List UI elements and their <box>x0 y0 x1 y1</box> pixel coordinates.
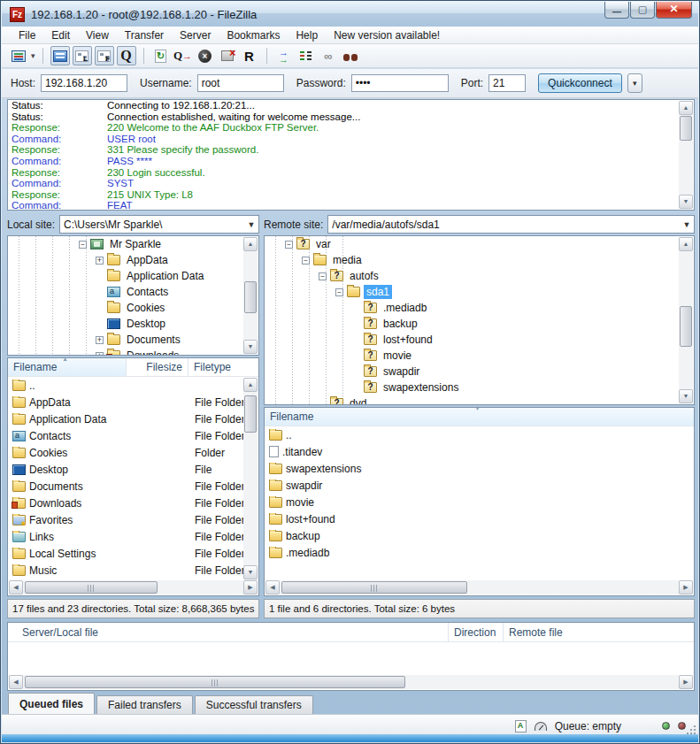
file-row[interactable]: Contacts File Folder <box>8 427 258 444</box>
username-input[interactable] <box>197 74 284 92</box>
file-name[interactable]: .mediadb <box>286 547 329 559</box>
minimize-button[interactable] <box>604 2 629 19</box>
file-name[interactable]: Contacts <box>29 430 71 442</box>
tree-item[interactable]: .mediadb <box>265 300 694 316</box>
menu-item[interactable]: Transfer <box>117 27 172 43</box>
tree-item[interactable]: Mr Sparkle <box>8 236 258 252</box>
file-row[interactable]: .. <box>265 426 694 443</box>
column-filesize[interactable]: Filesize <box>127 358 188 376</box>
log-scrollbar[interactable]: ▲ ▼ <box>679 101 693 209</box>
file-name[interactable]: backup <box>286 530 320 542</box>
tree-item-label[interactable]: swapextensions <box>381 380 461 395</box>
tree-item-label[interactable]: Documents <box>124 333 183 347</box>
disconnect-button[interactable] <box>218 46 237 65</box>
file-name[interactable]: .. <box>29 380 35 392</box>
chevron-down-icon[interactable]: ▼ <box>680 220 694 229</box>
tree-item[interactable]: Documents <box>8 332 258 348</box>
remote-tree-scroll-thumb[interactable] <box>680 306 692 347</box>
menu-item[interactable]: View <box>78 27 117 43</box>
cancel-button[interactable] <box>196 46 215 65</box>
file-row[interactable]: AppData File Folder <box>8 394 258 410</box>
queue-hscroll-thumb[interactable] <box>25 676 405 688</box>
tree-item-label[interactable]: movie <box>381 349 414 363</box>
file-name[interactable]: movie <box>286 496 314 509</box>
find-files-button[interactable] <box>341 46 360 65</box>
tree-expander[interactable] <box>319 400 327 406</box>
file-name[interactable]: swapdir <box>286 479 322 492</box>
tree-item-label[interactable]: Contacts <box>124 285 171 299</box>
title-bar[interactable]: Fz 192.168.1.20 - root@192.168.1.20 - Fi… <box>2 2 698 27</box>
synchronized-browsing-button[interactable]: ∞ <box>319 46 338 65</box>
password-input[interactable] <box>351 74 449 92</box>
remote-list-hscroll-thumb[interactable] <box>281 581 467 594</box>
tree-expander[interactable] <box>96 288 104 296</box>
file-name[interactable]: Documents <box>29 480 83 493</box>
menu-item[interactable]: File <box>11 27 43 43</box>
transfer-queue-panel[interactable]: Server/Local file Direction Remote file … <box>7 622 695 691</box>
file-name[interactable]: Local Settings <box>29 548 96 560</box>
quickconnect-dropdown[interactable]: ▾ <box>627 73 642 93</box>
scroll-up-icon[interactable]: ▲ <box>243 237 258 251</box>
file-row[interactable]: Documents File Folder <box>8 478 258 495</box>
toggle-message-log-button[interactable] <box>50 46 70 65</box>
tree-expander[interactable] <box>352 320 360 328</box>
scroll-up-icon[interactable]: ▲ <box>679 101 693 115</box>
chevron-down-icon[interactable]: ▼ <box>244 220 258 229</box>
local-tree-scrollbar[interactable]: ▲ ▼ <box>243 237 258 354</box>
file-name[interactable]: .. <box>286 429 292 441</box>
local-directory-tree[interactable]: Mr Sparkle AppData Application Data <box>7 235 259 356</box>
file-row[interactable]: Favorites File Folder <box>8 511 258 528</box>
file-name[interactable]: AppData <box>29 396 71 409</box>
menu-item[interactable]: Bookmarks <box>219 27 288 43</box>
tree-item[interactable]: Desktop <box>8 316 258 332</box>
tree-item-label[interactable]: backup <box>381 317 420 331</box>
host-input[interactable] <box>41 74 127 92</box>
close-button[interactable] <box>656 2 692 19</box>
column-filetype[interactable]: Filetype <box>188 358 258 376</box>
scroll-right-icon[interactable]: ▶ <box>679 675 693 689</box>
tree-item-label[interactable]: Cookies <box>124 301 167 315</box>
local-list-hscroll-thumb[interactable] <box>25 581 158 594</box>
remote-directory-tree[interactable]: var media autofs <box>264 235 695 405</box>
tree-expander[interactable] <box>335 288 343 296</box>
local-site-input[interactable] <box>60 219 244 231</box>
quickconnect-button[interactable]: Quickconnect <box>538 73 622 93</box>
tree-item-label[interactable]: autofs <box>347 269 381 283</box>
maximize-button[interactable] <box>630 2 655 19</box>
tree-expander[interactable] <box>96 257 104 265</box>
tree-item[interactable]: media <box>265 252 694 268</box>
tree-expander[interactable] <box>96 272 104 280</box>
filter-button[interactable] <box>296 46 316 65</box>
tree-item-label[interactable]: dvd <box>347 396 369 405</box>
queue-tab[interactable]: Successful transfers <box>195 695 313 714</box>
file-row[interactable]: Links File Folder <box>8 528 258 545</box>
remote-site-combo[interactable]: ▼ <box>327 215 695 234</box>
queue-hscrollbar[interactable]: ◀ ▶ <box>9 675 693 689</box>
tree-expander[interactable] <box>352 336 360 344</box>
tree-item[interactable]: movie <box>265 348 694 364</box>
tree-expander[interactable] <box>352 304 360 312</box>
tree-item-label[interactable]: AppData <box>124 253 171 267</box>
reconnect-button[interactable]: R <box>240 46 259 65</box>
toggle-local-tree-button[interactable] <box>73 46 92 65</box>
message-log[interactable]: Status: Connecting to 192.168.1.20:21...… <box>7 99 695 211</box>
file-row[interactable]: swapextensions <box>265 460 694 477</box>
column-filename[interactable]: Filename <box>265 408 694 426</box>
file-row[interactable]: Downloads File Folder <box>8 495 258 511</box>
local-list-hscrollbar[interactable]: ◀ ▶ <box>9 580 258 594</box>
tree-item[interactable]: lost+found <box>265 332 694 348</box>
tree-item-label[interactable]: Downloads <box>124 349 181 356</box>
column-server-local-file[interactable]: Server/Local file <box>8 623 449 641</box>
remote-list-hscrollbar[interactable]: ◀ ▶ <box>265 580 693 594</box>
tree-item[interactable]: sda1 <box>265 284 694 300</box>
column-remote-file[interactable]: Remote file <box>504 623 694 641</box>
scroll-right-icon[interactable]: ▶ <box>243 580 258 594</box>
file-name[interactable]: Links <box>29 531 54 543</box>
tree-item[interactable]: backup <box>265 316 694 332</box>
file-name[interactable]: .titandev <box>282 446 322 458</box>
menu-item[interactable]: New version available! <box>326 27 448 43</box>
local-site-combo[interactable]: ▼ <box>59 215 259 234</box>
tree-expander[interactable] <box>319 272 327 280</box>
file-row[interactable]: backup <box>265 527 694 544</box>
column-filename[interactable]: Filename <box>8 358 127 376</box>
